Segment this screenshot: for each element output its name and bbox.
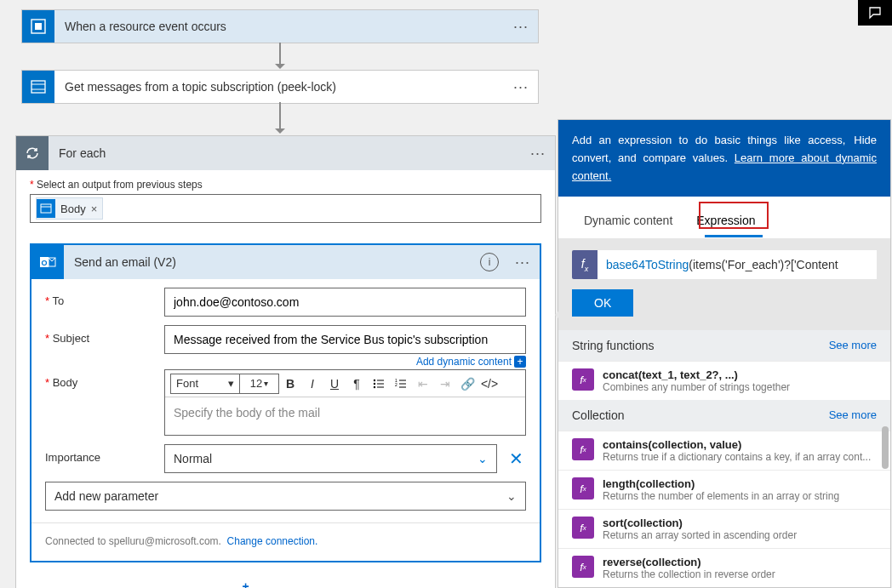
- info-icon[interactable]: i: [480, 253, 499, 271]
- underline-button[interactable]: U: [323, 374, 346, 394]
- body-toolbar: Font▾ 12▾ B I U ¶: [165, 370, 525, 397]
- fx-icon: fx: [572, 250, 598, 279]
- foreach-menu[interactable]: ···: [521, 145, 555, 163]
- svg-point-10: [374, 379, 375, 380]
- send-email-header[interactable]: O Send an email (V2) i ···: [31, 245, 540, 279]
- remove-token-icon[interactable]: ×: [91, 203, 98, 215]
- function-item[interactable]: fx reverse(collection)Returns the collec…: [558, 548, 890, 587]
- importance-value: Normal: [174, 452, 212, 465]
- see-more-link[interactable]: See more: [829, 339, 877, 352]
- font-family-select[interactable]: Font▾: [170, 374, 240, 394]
- add-dynamic-content-link[interactable]: Add dynamic content+: [164, 356, 526, 368]
- connector-arrow: [279, 102, 281, 133]
- group-header-string: String functions See more: [558, 330, 890, 361]
- svg-rect-1: [35, 23, 42, 30]
- body-placeholder[interactable]: Specify the body of the mail: [165, 397, 525, 435]
- expression-rest: (items('For_each')?['Content: [689, 258, 838, 271]
- add-parameter-select[interactable]: Add new parameter ⌄: [45, 482, 526, 511]
- code-view-button[interactable]: </>: [478, 374, 500, 394]
- foreach-output-label: * Select an output from previous steps: [30, 179, 541, 191]
- event-grid-icon: [22, 10, 54, 43]
- font-size-select[interactable]: 12▾: [240, 374, 279, 394]
- expression-fn: base64ToString: [606, 258, 689, 271]
- fx-icon: fx: [572, 368, 594, 391]
- to-label: * To: [45, 288, 164, 307]
- chevron-down-icon: ⌄: [506, 489, 517, 503]
- group-header-collection: Collection See more: [558, 400, 890, 431]
- function-item[interactable]: fx sort(collection)Returns an array sort…: [558, 509, 890, 548]
- subject-input[interactable]: [164, 325, 526, 354]
- servicebus-title: Get messages from a topic subscription (…: [54, 80, 504, 94]
- to-input[interactable]: [164, 288, 526, 317]
- paragraph-button[interactable]: ¶: [346, 374, 368, 394]
- functions-list: String functions See more fx concat(text…: [558, 330, 890, 587]
- body-editor[interactable]: Font▾ 12▾ B I U ¶: [164, 369, 526, 436]
- tab-dynamic-content[interactable]: Dynamic content: [572, 208, 684, 236]
- divider: [31, 522, 540, 523]
- ok-button[interactable]: OK: [572, 289, 633, 317]
- callout-pointer: [546, 306, 563, 323]
- number-list-button[interactable]: 12: [390, 374, 412, 394]
- foreach-title: For each: [49, 146, 521, 160]
- fx-icon: fx: [572, 517, 594, 539]
- scrollbar-thumb[interactable]: [882, 426, 889, 469]
- add-parameter-label: Add new parameter: [54, 489, 158, 503]
- bold-button[interactable]: B: [279, 374, 301, 394]
- body-token[interactable]: Body ×: [36, 197, 103, 220]
- connection-note: Connected to spelluru@microsoft.com. Cha…: [45, 535, 526, 547]
- send-email-menu[interactable]: ···: [506, 254, 540, 271]
- outdent-button[interactable]: ⇤: [412, 374, 434, 394]
- send-email-title: Send an email (V2): [64, 255, 480, 269]
- body-label: * Body: [45, 369, 164, 389]
- clear-importance-button[interactable]: ✕: [506, 448, 526, 469]
- fx-icon: fx: [572, 556, 594, 578]
- function-item[interactable]: fx concat(text_1, text_2?, ...) Combines…: [558, 361, 890, 400]
- svg-point-11: [374, 382, 375, 384]
- see-more-link[interactable]: See more: [829, 408, 877, 422]
- bullet-list-button[interactable]: [368, 374, 390, 394]
- expression-panel: Hide Add an expression to do basic thing…: [558, 119, 891, 588]
- send-email-card: O Send an email (V2) i ··· * To * Subjec…: [30, 243, 541, 562]
- feedback-tab[interactable]: [858, 0, 892, 26]
- hide-link[interactable]: Hide: [854, 132, 877, 150]
- loop-icon: [16, 136, 49, 170]
- svg-text:O: O: [41, 259, 47, 267]
- importance-select[interactable]: Normal ⌄: [164, 444, 497, 473]
- foreach-container: For each ··· * Select an output from pre…: [15, 135, 556, 588]
- indent-button[interactable]: ⇥: [434, 374, 456, 394]
- panel-header: Hide Add an expression to do basic thing…: [558, 120, 890, 197]
- expression-input[interactable]: base64ToString(items('For_each')?['Conte…: [598, 250, 877, 279]
- trigger-title: When a resource event occurs: [54, 20, 504, 33]
- subject-label: * Subject: [45, 325, 164, 345]
- svg-text:2: 2: [395, 382, 397, 387]
- foreach-output-field[interactable]: Body ×: [30, 194, 541, 223]
- connector-arrow: [279, 43, 281, 68]
- servicebus-menu[interactable]: ···: [504, 78, 538, 96]
- servicebus-step[interactable]: Get messages from a topic subscription (…: [21, 70, 539, 104]
- trigger-step[interactable]: When a resource event occurs ···: [21, 9, 539, 43]
- highlight-box: [699, 202, 769, 229]
- svg-rect-5: [41, 204, 51, 213]
- fx-icon: fx: [572, 477, 594, 500]
- change-connection-link[interactable]: Change connection.: [227, 535, 318, 547]
- function-item[interactable]: fx contains(collection, value)Returns tr…: [558, 431, 890, 470]
- chevron-down-icon: ⌄: [477, 452, 488, 465]
- outlook-icon: O: [31, 245, 64, 279]
- tab-underline: [705, 235, 763, 237]
- svg-rect-2: [31, 81, 45, 93]
- function-item[interactable]: fx length(collection)Returns the number …: [558, 470, 890, 509]
- italic-button[interactable]: I: [301, 374, 323, 394]
- svg-point-12: [374, 385, 375, 387]
- foreach-header[interactable]: For each ···: [16, 136, 555, 170]
- importance-label: Importance: [45, 444, 164, 464]
- link-button[interactable]: 🔗: [456, 374, 478, 394]
- trigger-menu[interactable]: ···: [504, 18, 538, 36]
- service-bus-icon: [22, 71, 54, 103]
- fx-icon: fx: [572, 438, 594, 460]
- body-token-label: Body: [60, 203, 86, 215]
